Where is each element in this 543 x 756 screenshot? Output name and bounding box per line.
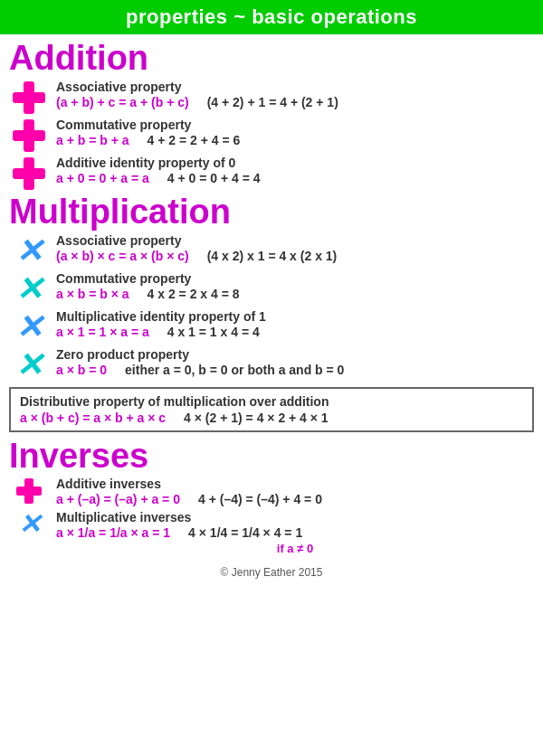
addition-identity-row: Additive identity property of 0 a + 0 = …	[9, 156, 534, 190]
mult-x-icon-2-cell: ✕	[9, 271, 49, 306]
inverses-mult-example: 4 × 1/4 = 1/4 × 4 = 1	[188, 525, 302, 540]
mult-commutative-text: Commutative property a × b = b × a 4 x 2…	[56, 271, 534, 301]
mult-identity-example: 4 x 1 = 1 x 4 = 4	[167, 325, 260, 339]
distributive-title: Distributive property of multiplication …	[20, 394, 523, 409]
addition-associative-formula-line: (a + b) + c = a + (b + c) (4 + 2) + 1 = …	[56, 95, 534, 109]
x-icon-sm: ✕	[16, 512, 42, 537]
mult-commutative-formula: a × b = b × a	[56, 287, 129, 301]
footer: © Jenny Eather 2015	[0, 562, 543, 582]
addition-plus-icon-3	[9, 156, 49, 190]
addition-commutative-name: Commutative property	[56, 118, 534, 132]
addition-commutative-formula-line: a + b = b + a 4 + 2 = 2 + 4 = 6	[56, 133, 534, 147]
mult-associative-formula-line: (a × b) × c = a × (b × c) (4 x 2) x 1 = …	[56, 249, 534, 263]
distributive-formula: a × (b + c) = a × b + a × c	[20, 411, 166, 425]
inverses-plus-icon-cell	[9, 477, 49, 504]
mult-associative-example: (4 x 2) x 1 = 4 x (2 x 1)	[207, 249, 338, 263]
x-icon-2: ✕	[13, 273, 45, 306]
inverses-mult-note: if a ≠ 0	[56, 542, 534, 555]
header: properties ~ basic operations	[0, 0, 543, 34]
inverses-additive-formula-line: a + (–a) = (–a) + a = 0 4 + (–4) = (–4) …	[56, 492, 534, 506]
multiplication-section: Multiplication ✕ Associative property (a…	[9, 194, 534, 382]
mult-x-icon-1-cell: ✕	[9, 233, 49, 268]
distributive-formula-line: a × (b + c) = a × b + a × c 4 × (2 + 1) …	[20, 411, 523, 425]
mult-associative-formula: (a × b) × c = a × (b × c)	[56, 249, 189, 263]
addition-associative-name: Associative property	[56, 80, 534, 94]
inverses-mult-text: Multiplicative inverses a × 1/a = 1/a × …	[56, 510, 534, 555]
multiplication-title: Multiplication	[9, 194, 534, 232]
plus-icon-2	[13, 119, 45, 152]
inverses-title: Inverses	[9, 438, 534, 476]
header-title: properties ~ basic operations	[126, 5, 417, 28]
addition-associative-text: Associative property (a + b) + c = a + (…	[56, 80, 534, 109]
addition-identity-text: Additive identity property of 0 a + 0 = …	[56, 156, 534, 185]
inverses-additive-formula: a + (–a) = (–a) + a = 0	[56, 492, 180, 506]
x-icon-1: ✕	[13, 235, 45, 268]
mult-identity-text: Multiplicative identity property of 1 a …	[56, 309, 534, 339]
plus-icon-3	[13, 157, 45, 190]
mult-zero-name: Zero product property	[56, 347, 534, 362]
addition-identity-example: 4 + 0 = 0 + 4 = 4	[167, 171, 261, 185]
inverses-mult-row: ✕ Multiplicative inverses a × 1/a = 1/a …	[9, 510, 534, 555]
mult-commutative-formula-line: a × b = b × a 4 x 2 = 2 x 4 = 8	[56, 287, 534, 301]
plus-icon-sm	[16, 478, 42, 504]
addition-identity-name: Additive identity property of 0	[56, 156, 534, 170]
inverses-mult-formula-line: a × 1/a = 1/a × a = 1 4 × 1/4 = 1/4 × 4 …	[56, 525, 534, 540]
mult-zero-formula: a × b = 0	[56, 363, 107, 377]
mult-x-icon-3-cell: ✕	[9, 309, 49, 344]
distributive-box: Distributive property of multiplication …	[9, 387, 534, 432]
mult-identity-name: Multiplicative identity property of 1	[56, 309, 534, 324]
x-icon-4: ✕	[13, 349, 45, 382]
addition-associative-formula: (a + b) + c = a + (b + c)	[56, 95, 189, 109]
mult-commutative-name: Commutative property	[56, 271, 534, 286]
main-content: Addition Associative property (a + b) + …	[0, 34, 543, 562]
addition-identity-formula-line: a + 0 = 0 + a = a 4 + 0 = 0 + 4 = 4	[56, 171, 534, 185]
addition-plus-icon-2	[9, 118, 49, 152]
addition-identity-formula: a + 0 = 0 + a = a	[56, 171, 149, 185]
addition-associative-row: Associative property (a + b) + c = a + (…	[9, 80, 534, 114]
footer-copyright: © Jenny Eather 2015	[221, 566, 323, 579]
x-icon-3: ✕	[13, 311, 45, 344]
mult-identity-row: ✕ Multiplicative identity property of 1 …	[9, 309, 534, 344]
plus-icon	[13, 81, 45, 114]
addition-plus-icon-1	[9, 80, 49, 114]
mult-identity-formula: a × 1 = 1 × a = a	[56, 325, 149, 339]
distributive-example: 4 × (2 + 1) = 4 × 2 + 4 × 1	[184, 411, 329, 425]
addition-commutative-row: Commutative property a + b = b + a 4 + 2…	[9, 118, 534, 152]
inverses-additive-name: Additive inverses	[56, 477, 534, 491]
mult-identity-formula-line: a × 1 = 1 × a = a 4 x 1 = 1 x 4 = 4	[56, 325, 534, 339]
inverses-additive-example: 4 + (–4) = (–4) + 4 = 0	[198, 492, 322, 506]
mult-associative-name: Associative property	[56, 233, 534, 248]
inverses-mult-formula: a × 1/a = 1/a × a = 1	[56, 525, 170, 540]
addition-title: Addition	[9, 40, 534, 78]
mult-zero-example: either a = 0, b = 0 or both a and b = 0	[125, 363, 344, 377]
mult-zero-text: Zero product property a × b = 0 either a…	[56, 347, 534, 377]
inverses-additive-text: Additive inverses a + (–a) = (–a) + a = …	[56, 477, 534, 506]
addition-commutative-formula: a + b = b + a	[56, 133, 129, 147]
mult-x-icon-4-cell: ✕	[9, 347, 49, 382]
addition-commutative-example: 4 + 2 = 2 + 4 = 6	[148, 133, 241, 147]
mult-commutative-example: 4 x 2 = 2 x 4 = 8	[148, 287, 240, 301]
mult-zero-row: ✕ Zero product property a × b = 0 either…	[9, 347, 534, 382]
mult-associative-text: Associative property (a × b) × c = a × (…	[56, 233, 534, 263]
mult-commutative-row: ✕ Commutative property a × b = b × a 4 x…	[9, 271, 534, 306]
addition-associative-example: (4 + 2) + 1 = 4 + (2 + 1)	[207, 95, 338, 109]
mult-associative-row: ✕ Associative property (a × b) × c = a ×…	[9, 233, 534, 268]
inverses-mult-name: Multiplicative inverses	[56, 510, 534, 524]
inverses-x-icon-cell: ✕	[9, 510, 49, 537]
addition-section: Addition Associative property (a + b) + …	[9, 40, 534, 190]
inverses-additive-row: Additive inverses a + (–a) = (–a) + a = …	[9, 477, 534, 506]
inverses-section: Inverses Additive inverses a + (–a) = (–…	[9, 438, 534, 556]
addition-commutative-text: Commutative property a + b = b + a 4 + 2…	[56, 118, 534, 147]
mult-zero-formula-line: a × b = 0 either a = 0, b = 0 or both a …	[56, 363, 534, 377]
